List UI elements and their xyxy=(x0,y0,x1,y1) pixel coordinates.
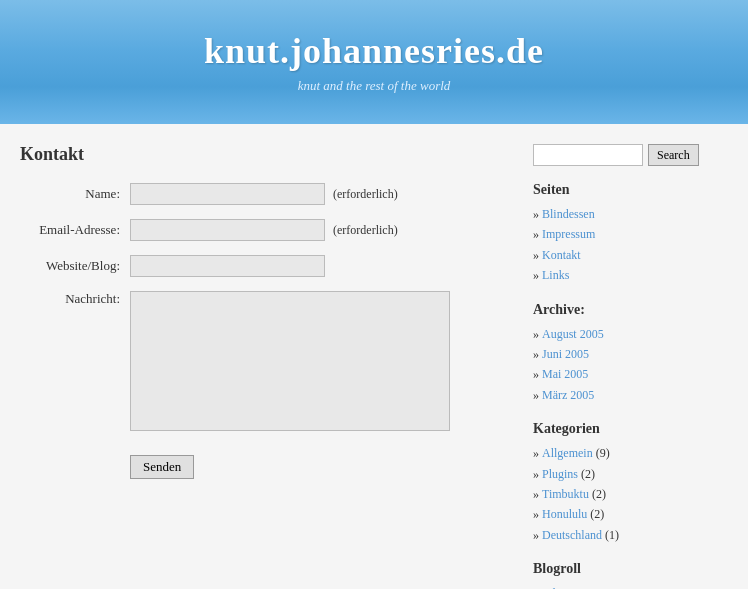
blogroll-list: Johannes Ries xyxy=(533,583,728,589)
email-row: Email-Adresse: (erforderlich) xyxy=(20,219,513,241)
kategorien-heading: Kategorien xyxy=(533,421,728,437)
list-item: Juni 2005 xyxy=(533,344,728,364)
list-item: Plugins (2) xyxy=(533,464,728,484)
list-item: August 2005 xyxy=(533,324,728,344)
name-required: (erforderlich) xyxy=(333,187,398,202)
site-title: knut.johannesries.de xyxy=(20,30,728,72)
list-item: Mai 2005 xyxy=(533,364,728,384)
archive-list: August 2005 Juni 2005 Mai 2005 März 2005 xyxy=(533,324,728,406)
seiten-link-blindessen[interactable]: Blindessen xyxy=(542,207,595,221)
site-header: knut.johannesries.de knut and the rest o… xyxy=(0,0,748,124)
message-label: Nachricht: xyxy=(20,291,130,307)
list-item: Timbuktu (2) xyxy=(533,484,728,504)
name-row: Name: (erforderlich) xyxy=(20,183,513,205)
seiten-heading: Seiten xyxy=(533,182,728,198)
kat-link-plugins[interactable]: Plugins xyxy=(542,467,578,481)
list-item: März 2005 xyxy=(533,385,728,405)
seiten-section: Seiten Blindessen Impressum Kontakt Link… xyxy=(533,182,728,286)
site-subtitle: knut and the rest of the world xyxy=(20,78,728,94)
list-item: Deutschland (1) xyxy=(533,525,728,545)
email-required: (erforderlich) xyxy=(333,223,398,238)
archive-link-mai2005[interactable]: Mai 2005 xyxy=(542,367,588,381)
blogroll-heading: Blogroll xyxy=(533,561,728,577)
kat-link-deutschland[interactable]: Deutschland xyxy=(542,528,602,542)
name-label: Name: xyxy=(20,186,130,202)
kat-link-honululu[interactable]: Honululu xyxy=(542,507,587,521)
message-textarea[interactable] xyxy=(130,291,450,431)
blogroll-section: Blogroll Johannes Ries xyxy=(533,561,728,589)
website-row: Website/Blog: xyxy=(20,255,513,277)
archive-section: Archive: August 2005 Juni 2005 Mai 2005 … xyxy=(533,302,728,406)
name-input-wrap: (erforderlich) xyxy=(130,183,398,205)
archive-link-aug2005[interactable]: August 2005 xyxy=(542,327,604,341)
kategorien-list: Allgemein (9) Plugins (2) Timbuktu (2) H… xyxy=(533,443,728,545)
kat-count-deutschland: (1) xyxy=(605,528,619,542)
email-input-wrap: (erforderlich) xyxy=(130,219,398,241)
submit-button[interactable]: Senden xyxy=(130,455,194,479)
list-item: Kontakt xyxy=(533,245,728,265)
kategorien-section: Kategorien Allgemein (9) Plugins (2) Tim… xyxy=(533,421,728,545)
seiten-list: Blindessen Impressum Kontakt Links xyxy=(533,204,728,286)
page-title: Kontakt xyxy=(20,144,513,165)
email-input[interactable] xyxy=(130,219,325,241)
message-row: Nachricht: xyxy=(20,291,513,431)
website-input[interactable] xyxy=(130,255,325,277)
website-label: Website/Blog: xyxy=(20,258,130,274)
kat-count-timbuktu: (2) xyxy=(592,487,606,501)
seiten-link-links[interactable]: Links xyxy=(542,268,569,282)
list-item: Links xyxy=(533,265,728,285)
main-content: Kontakt Name: (erforderlich) Email-Adres… xyxy=(20,144,513,589)
list-item: Honululu (2) xyxy=(533,504,728,524)
list-item: Allgemein (9) xyxy=(533,443,728,463)
list-item: Johannes Ries xyxy=(533,583,728,589)
submit-row: Senden xyxy=(20,445,513,479)
kat-count-honululu: (2) xyxy=(590,507,604,521)
kat-link-timbuktu[interactable]: Timbuktu xyxy=(542,487,589,501)
archive-link-mar2005[interactable]: März 2005 xyxy=(542,388,594,402)
kat-link-allgemein[interactable]: Allgemein xyxy=(542,446,593,460)
kat-count-allgemein: (9) xyxy=(596,446,610,460)
sidebar: Search Seiten Blindessen Impressum Konta… xyxy=(533,144,728,589)
seiten-link-kontakt[interactable]: Kontakt xyxy=(542,248,581,262)
list-item: Blindessen xyxy=(533,204,728,224)
search-button[interactable]: Search xyxy=(648,144,699,166)
email-label: Email-Adresse: xyxy=(20,222,130,238)
search-input[interactable] xyxy=(533,144,643,166)
message-input-wrap xyxy=(130,291,450,431)
seiten-link-impressum[interactable]: Impressum xyxy=(542,227,595,241)
search-area: Search xyxy=(533,144,728,166)
name-input[interactable] xyxy=(130,183,325,205)
archive-link-jun2005[interactable]: Juni 2005 xyxy=(542,347,589,361)
list-item: Impressum xyxy=(533,224,728,244)
website-input-wrap xyxy=(130,255,325,277)
archive-heading: Archive: xyxy=(533,302,728,318)
kat-count-plugins: (2) xyxy=(581,467,595,481)
